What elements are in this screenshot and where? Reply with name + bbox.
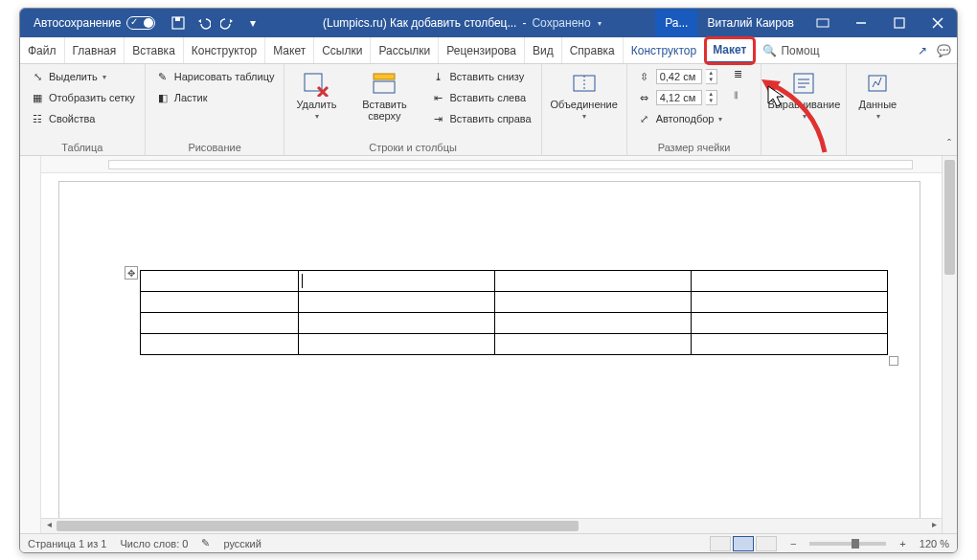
group-label-rows-cols: Строки и столбцы bbox=[292, 140, 533, 153]
table-cell[interactable] bbox=[692, 292, 888, 313]
table-cell[interactable] bbox=[692, 271, 888, 292]
minimize-icon[interactable] bbox=[842, 9, 880, 37]
show-gridlines-button[interactable]: ▦Отобразить сетку bbox=[28, 89, 137, 106]
autosave-toggle[interactable]: Автосохранение ✓ bbox=[20, 16, 163, 30]
vscroll-thumb[interactable] bbox=[944, 160, 955, 275]
spinner-icon[interactable]: ▲▼ bbox=[706, 69, 717, 84]
table-cell[interactable] bbox=[299, 334, 495, 355]
undo-icon[interactable] bbox=[195, 15, 211, 31]
read-mode-icon[interactable] bbox=[710, 536, 731, 551]
properties-button[interactable]: ☷Свойства bbox=[28, 110, 137, 127]
insert-right-button[interactable]: ⇥Вставить справа bbox=[428, 110, 533, 127]
tab-home[interactable]: Главная bbox=[65, 37, 125, 63]
account-chip[interactable]: Ра... bbox=[655, 9, 697, 37]
tab-table-design[interactable]: Конструктор bbox=[624, 37, 705, 63]
document-title: (Lumpics.ru) Как добавить столбец... - С… bbox=[268, 16, 655, 30]
tab-view[interactable]: Вид bbox=[525, 37, 562, 63]
table-cell[interactable] bbox=[141, 313, 299, 334]
select-button[interactable]: ⤡Выделить▾ bbox=[28, 68, 137, 85]
document-canvas[interactable]: ✥ bbox=[41, 173, 942, 533]
autosave-label: Автосохранение bbox=[34, 16, 121, 30]
proofing-icon[interactable]: ✎ bbox=[201, 537, 210, 549]
zoom-slider[interactable] bbox=[809, 542, 886, 546]
tab-references[interactable]: Ссылки bbox=[314, 37, 371, 63]
chevron-down-icon[interactable]: ▾ bbox=[598, 19, 602, 28]
tab-insert[interactable]: Вставка bbox=[125, 37, 184, 63]
zoom-in-icon[interactable]: + bbox=[899, 538, 905, 549]
table-cell[interactable] bbox=[299, 313, 495, 334]
ribbon-tabs: Файл Главная Вставка Конструктор Макет С… bbox=[20, 37, 957, 64]
zoom-out-icon[interactable]: − bbox=[790, 538, 796, 549]
scroll-right-icon[interactable]: ▸ bbox=[926, 519, 942, 533]
draw-table-button[interactable]: ✎Нарисовать таблицу bbox=[153, 68, 277, 85]
tab-review[interactable]: Рецензирова bbox=[439, 37, 525, 63]
table-cell[interactable] bbox=[495, 292, 692, 313]
group-cell-size: ⇳ 0,42 см▲▼ ⇔ 4,12 см▲▼ ⤢Автоподбор▾ ≣ ⦀… bbox=[627, 64, 762, 155]
user-name[interactable]: Виталий Каиров bbox=[697, 9, 804, 37]
horizontal-scrollbar[interactable]: ◂ ▸ bbox=[41, 518, 942, 533]
table-cell[interactable] bbox=[141, 271, 299, 292]
grid-icon: ▦ bbox=[30, 90, 45, 105]
table-cell[interactable] bbox=[299, 271, 495, 292]
tab-mailings[interactable]: Рассылки bbox=[371, 37, 439, 63]
delete-button[interactable]: Удалить▾ bbox=[292, 68, 340, 123]
insert-below-button[interactable]: ⤓Вставить снизу bbox=[428, 68, 533, 85]
table-cell[interactable] bbox=[692, 313, 888, 334]
table-cell[interactable] bbox=[141, 334, 299, 355]
tab-layout[interactable]: Макет bbox=[265, 37, 314, 63]
insert-row-below-icon: ⤓ bbox=[430, 69, 445, 84]
row-height-field[interactable]: ⇳ 0,42 см▲▼ bbox=[635, 68, 725, 85]
scroll-left-icon[interactable]: ◂ bbox=[41, 519, 57, 533]
titlebar-right: Ра... Виталий Каиров bbox=[655, 9, 957, 37]
tab-file[interactable]: Файл bbox=[20, 37, 65, 63]
save-icon[interactable] bbox=[170, 15, 186, 31]
page-indicator[interactable]: Страница 1 из 1 bbox=[28, 538, 106, 549]
insert-above-button[interactable]: Вставить сверху bbox=[350, 68, 419, 123]
group-draw: ✎Нарисовать таблицу ◧Ластик Рисование bbox=[146, 64, 285, 155]
tab-design[interactable]: Конструктор bbox=[184, 37, 265, 63]
alignment-button[interactable]: Выравнивание▾ bbox=[769, 68, 838, 123]
collapse-ribbon-icon[interactable]: ˆ bbox=[947, 138, 951, 151]
comments-icon[interactable]: 💬 bbox=[937, 44, 951, 57]
insert-col-left-icon: ⇤ bbox=[430, 90, 445, 105]
table-cell[interactable] bbox=[495, 313, 692, 334]
autofit-icon: ⤢ bbox=[637, 111, 652, 126]
merge-button[interactable]: Объединение▾ bbox=[550, 68, 619, 123]
autofit-button[interactable]: ⤢Автоподбор▾ bbox=[635, 110, 725, 127]
insert-left-button[interactable]: ⇤Вставить слева bbox=[428, 89, 533, 106]
toggle-on-icon[interactable]: ✓ bbox=[126, 16, 155, 30]
table-cell[interactable] bbox=[692, 334, 888, 355]
language-indicator[interactable]: русский bbox=[223, 538, 261, 549]
ribbon-display-icon[interactable] bbox=[804, 9, 842, 37]
horizontal-ruler[interactable] bbox=[41, 156, 942, 173]
maximize-icon[interactable] bbox=[880, 9, 919, 37]
print-layout-icon[interactable] bbox=[733, 536, 754, 551]
redo-icon[interactable] bbox=[220, 15, 236, 31]
hscroll-thumb[interactable] bbox=[57, 521, 579, 531]
tell-me-search[interactable]: 🔍 Помощ bbox=[755, 37, 827, 63]
vertical-ruler[interactable] bbox=[20, 156, 41, 533]
col-width-field[interactable]: ⇔ 4,12 см▲▼ bbox=[635, 89, 725, 106]
table-cell[interactable] bbox=[495, 334, 692, 355]
table-move-handle-icon[interactable]: ✥ bbox=[125, 266, 138, 280]
table-cell[interactable] bbox=[495, 271, 692, 292]
table-cell[interactable] bbox=[141, 292, 299, 313]
data-button[interactable]: Данные▾ bbox=[854, 68, 900, 123]
distribute-rows-icon[interactable]: ≣ bbox=[734, 68, 753, 87]
vertical-scrollbar[interactable] bbox=[942, 156, 957, 533]
table-cell[interactable] bbox=[299, 292, 495, 313]
close-icon[interactable] bbox=[919, 9, 957, 37]
zoom-level[interactable]: 120 % bbox=[920, 538, 949, 549]
qat-more-icon[interactable]: ▾ bbox=[245, 15, 261, 31]
web-layout-icon[interactable] bbox=[756, 536, 777, 551]
eraser-button[interactable]: ◧Ластик bbox=[153, 89, 277, 106]
ribbon: ⤡Выделить▾ ▦Отобразить сетку ☷Свойства Т… bbox=[20, 64, 957, 156]
table-resize-handle-icon[interactable] bbox=[889, 356, 898, 366]
share-icon[interactable]: ↗ bbox=[918, 44, 927, 57]
distribute-cols-icon[interactable]: ⦀ bbox=[734, 89, 753, 108]
document-table[interactable] bbox=[140, 270, 888, 355]
tab-table-layout[interactable]: Макет bbox=[705, 37, 755, 64]
spinner-icon[interactable]: ▲▼ bbox=[706, 90, 717, 105]
tab-help[interactable]: Справка bbox=[562, 37, 624, 63]
word-count[interactable]: Число слов: 0 bbox=[120, 538, 188, 549]
